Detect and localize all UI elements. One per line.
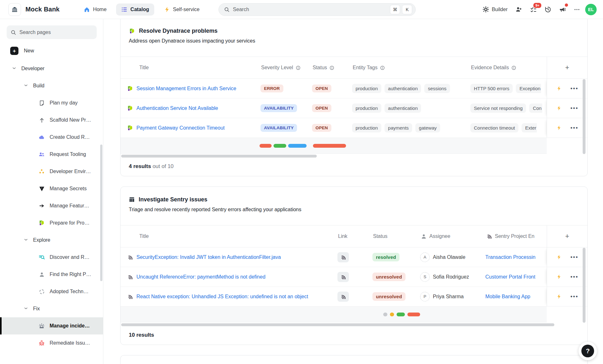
vertical-scrollbar[interactable] [583,79,586,154]
status-badge: OPEN [312,124,331,132]
loading-row [121,307,547,322]
nav-tab-self-service[interactable]: Self-service [159,3,205,16]
row-actions: ••• [547,247,587,267]
user-avatar[interactable]: EL [585,4,597,15]
project-link[interactable]: Customer Portal Front [485,274,535,280]
column-header[interactable]: Entity Tags [352,65,470,71]
ellipsis-button[interactable] [571,4,583,15]
arrow-up-icon [39,117,45,123]
bolt-small-icon[interactable] [556,254,562,260]
tasks-button[interactable]: 9+ [527,3,539,16]
sidebar-item[interactable]: Manage incide… [0,317,103,334]
sidebar-search-input[interactable] [19,30,93,35]
row-title-link[interactable]: SecurityException: Invalid JWT token in … [136,254,281,260]
table-row: Payment Gateway Connection TimeoutAVAILA… [121,118,587,138]
nav-tab-home[interactable]: Home [79,3,112,16]
loading-pill [390,313,394,316]
column-header[interactable]: Title [121,65,260,71]
gear-button[interactable]: Builder [480,3,510,15]
sidebar-item[interactable]: Manage Secrets [0,180,103,197]
sidebar-scrollbar[interactable] [100,145,102,281]
assignee-name: Priya Sharma [433,294,464,300]
row-title-link[interactable]: Authentication Service Not Available [136,105,218,111]
horizontal-scrollbar[interactable] [121,154,587,158]
bolt-small-icon[interactable] [556,86,562,91]
status-badge: AVAILABILITY [260,104,297,112]
help-button[interactable]: ? [579,342,597,360]
tag-chip: production [352,84,381,93]
sidebar-item[interactable]: Plan my day [0,94,103,111]
sidebar-item-label: Request Tooling [50,152,86,157]
sidebar-group-explore[interactable]: Explore [0,232,103,249]
sidebar-item[interactable]: Prepare for Pro… [0,214,103,232]
person-icon [421,233,427,239]
tag-chip: Exception [516,84,541,93]
column-header[interactable]: Severity Level [260,65,312,71]
sidebar-group-build[interactable]: Build [0,77,103,94]
global-search[interactable]: ⌘ K [218,3,416,16]
tag-chip: production [352,123,381,132]
row-title-link[interactable]: React Native exception: Unhandled JS Exc… [136,294,308,300]
person-add-button[interactable] [513,3,525,16]
project-link[interactable]: Transaction Processin [485,254,536,260]
sidebar-item[interactable]: Create Cloud R… [0,129,103,146]
sidebar-item[interactable]: Discover and R… [0,249,103,266]
sidebar-group-fix[interactable]: Fix [0,300,103,317]
k-keycap: K [402,5,412,14]
widget-subtitle: Address open Dynatrace issues impacting … [129,38,579,44]
results-count: 10 results [121,327,587,345]
nav-tab-catalog[interactable]: Catalog [116,3,154,16]
history-button[interactable] [542,3,554,16]
header-actions: Builder9+ [480,3,583,16]
search-icon [10,30,16,35]
sidebar-item[interactable]: Manage Featur… [0,197,103,214]
sidebar-item[interactable]: Remediate Issu… [0,334,103,352]
column-header[interactable]: Evidence Details [470,65,547,71]
loading-pill [407,313,420,316]
tag-chip: Con [529,104,542,113]
add-column-button[interactable]: + [547,226,587,247]
vertical-scrollbar[interactable] [583,248,586,323]
megaphone-button[interactable] [557,3,569,16]
column-header[interactable]: Status [372,233,420,239]
sidebar-item-label: Manage Secrets [50,186,87,192]
column-header[interactable]: Title [121,233,337,239]
column-header[interactable]: Status [312,65,352,71]
dynatrace-widget: Resolve Dynatrace problems Address open … [120,19,588,176]
bolt-small-icon[interactable] [556,125,562,131]
column-header[interactable]: Assignee [420,233,485,239]
bolt-small-icon[interactable] [556,105,562,111]
sidebar-group-developer[interactable]: Developer [0,60,103,77]
horizontal-scrollbar[interactable] [121,322,587,327]
column-header[interactable]: Sentry Project En [485,233,547,239]
external-link-button[interactable] [337,272,349,282]
results-count: 4 results out of 10 [121,158,587,176]
siren-icon [38,323,45,329]
row-actions: ••• [547,267,587,286]
column-header[interactable]: Link [337,233,372,239]
sidebar-item[interactable]: Scaffold New Pr… [0,111,103,129]
bolt-small-icon[interactable] [556,294,562,299]
row-title-link[interactable]: Uncaught ReferenceError: paymentMethod i… [136,274,266,280]
external-link-button[interactable] [337,252,349,262]
sidebar-item[interactable]: Request Tooling [0,146,103,163]
bug-icon [38,340,45,346]
row-title-link[interactable]: Payment Gateway Connection Timeout [136,125,225,131]
sidebar-search[interactable] [7,25,97,39]
new-page-button[interactable]: + New [0,44,103,58]
project-link[interactable]: Mobile Banking App [485,294,530,300]
nav-tab-label: Catalog [130,7,149,12]
external-link-button[interactable] [337,292,349,302]
sidebar-item[interactable]: Adopted Techn… [0,283,103,300]
sidebar: + New DeveloperBuildPlan my dayScaffold … [0,19,103,364]
search-input[interactable] [233,7,388,12]
sidebar-item[interactable]: Developer Envir… [0,163,103,180]
row-title-link[interactable]: Session Management Errors in Auth Servic… [136,86,236,91]
dots-triangle-icon [38,168,45,175]
sidebar-item[interactable]: Find the Right P… [0,266,103,283]
bolt-small-icon[interactable] [556,274,562,280]
app-logo[interactable] [8,3,21,16]
status-badge: resolved [372,253,399,261]
dashed-circle-icon [39,289,45,295]
add-column-button[interactable]: + [547,57,587,78]
